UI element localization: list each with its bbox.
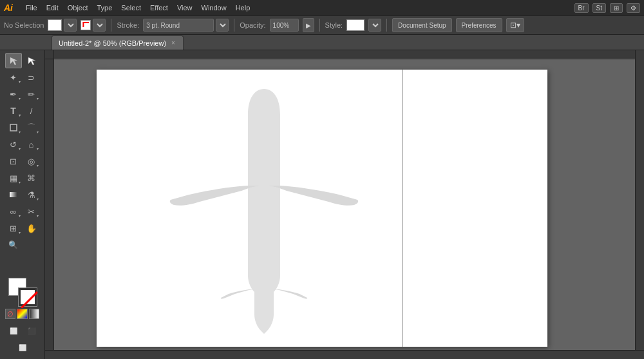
status-button[interactable]: St <box>592 3 606 13</box>
warp-tool[interactable]: ⌂▾ <box>23 137 40 152</box>
sep-3 <box>319 19 320 32</box>
tool-row-2: ✦▾ ⊃ <box>1 70 43 85</box>
brush-tool[interactable]: ⌒▾ <box>23 120 40 135</box>
line-tool[interactable]: / <box>23 103 40 119</box>
hand-tool[interactable]: ✋ <box>23 220 40 236</box>
rect-tool[interactable]: ▾ <box>5 120 22 135</box>
style-select[interactable] <box>368 19 381 32</box>
graph-tool[interactable]: ▦▾ <box>5 170 22 186</box>
tool-row-12: 🔍 <box>1 237 43 253</box>
color-mode-icons: ∅ <box>5 309 39 319</box>
guide-line <box>402 70 403 347</box>
none-icon[interactable]: ∅ <box>5 309 15 319</box>
rotate-tool[interactable]: ↺▾ <box>5 137 22 152</box>
zoom-tool[interactable]: 🔍 <box>5 237 22 253</box>
stroke-icon[interactable] <box>80 20 91 30</box>
drawing-mode-row: ⬜ ⬛ <box>1 323 43 338</box>
style-label: Style: <box>325 21 343 29</box>
symbol-spray-tool[interactable]: ◎▾ <box>23 153 40 169</box>
tool-row-9: ⚗▾ <box>1 187 43 202</box>
tool-row-6: ↺▾ ⌂▾ <box>1 137 43 152</box>
blend-tool[interactable]: ∞▾ <box>5 204 22 219</box>
pen-tool[interactable]: ✒▾ <box>5 86 22 102</box>
settings-button[interactable]: ⚙ <box>627 3 640 13</box>
direct-select-tool[interactable] <box>23 53 40 68</box>
magic-wand-tool[interactable]: ✦▾ <box>5 70 22 85</box>
menu-select[interactable]: Select <box>117 3 145 13</box>
menu-window[interactable]: Window <box>198 3 231 13</box>
tool-row-7: ⊡ ◎▾ <box>1 153 43 169</box>
stroke-color-swatch[interactable] <box>19 288 37 306</box>
menu-file[interactable]: File <box>22 3 41 13</box>
behind-mode-btn[interactable]: ⬛ <box>23 323 40 338</box>
ruler-corner <box>45 50 54 59</box>
tab-bar: Untitled-2* @ 50% (RGB/Preview) × <box>0 35 644 50</box>
airplane-illustration <box>161 82 367 327</box>
type-tool[interactable]: T▾ <box>5 103 22 119</box>
select-tool[interactable] <box>5 53 22 68</box>
stroke-weight-select[interactable] <box>216 19 229 32</box>
tool-row-3: ✒▾ ✏▾ <box>1 86 43 102</box>
tool-row-4: T▾ / <box>1 103 43 119</box>
eyedropper-tool[interactable]: ⚗▾ <box>23 187 40 202</box>
color-pair <box>8 278 37 306</box>
menu-help[interactable]: Help <box>232 3 254 13</box>
arrange-button[interactable]: ⊡▾ <box>506 18 524 32</box>
menu-bar: File Edit Object Type Select Effect View… <box>22 3 254 13</box>
document-setup-button[interactable]: Document Setup <box>392 18 452 32</box>
stroke-icon-control <box>80 19 106 32</box>
main-area: ✦▾ ⊃ ✒▾ ✏▾ T▾ / ▾ ⌒▾ ↺▾ ⌂▾ ⊡ ◎▾ ▦▾ <box>0 50 644 359</box>
workspace-button[interactable]: ⊞ <box>610 3 623 13</box>
opacity-input[interactable] <box>270 19 299 32</box>
tool-row-11: ⊞▾ ✋ <box>1 220 43 236</box>
sep-1 <box>111 19 111 32</box>
lasso-tool[interactable]: ⊃ <box>23 70 40 85</box>
fill-swatch[interactable] <box>48 19 62 31</box>
color-icon[interactable] <box>17 309 27 319</box>
menu-object[interactable]: Object <box>64 3 92 13</box>
scissors-tool[interactable]: ✂▾ <box>23 204 40 219</box>
stroke-weight-control <box>143 19 229 32</box>
mesh-tool[interactable]: ⌘ <box>23 170 40 186</box>
toolbox-colors: ∅ <box>1 275 43 322</box>
svg-rect-1 <box>10 192 17 197</box>
more-options-button[interactable]: ▶ <box>303 18 314 32</box>
menu-view[interactable]: View <box>173 3 196 13</box>
gradient-tool[interactable] <box>5 187 22 202</box>
ruler-top: // tick marks drawn via template <box>54 50 635 59</box>
style-swatch[interactable] <box>346 19 365 31</box>
screen-mode-btn[interactable]: ⬜ <box>5 340 40 355</box>
fill-select[interactable] <box>64 19 77 32</box>
tool-row-8: ▦▾ ⌘ <box>1 170 43 186</box>
menu-edit[interactable]: Edit <box>43 3 62 13</box>
stroke-select[interactable] <box>93 19 106 32</box>
tab-close-button[interactable]: × <box>170 39 176 46</box>
title-icons: Br St ⊞ ⚙ <box>574 3 640 13</box>
menu-effect[interactable]: Effect <box>146 3 172 13</box>
airplane-svg <box>161 82 367 340</box>
sep-2 <box>234 19 234 32</box>
title-bar: Ai File Edit Object Type Select Effect V… <box>0 0 644 15</box>
stroke-label: Stroke: <box>117 21 139 29</box>
bridge-button[interactable]: Br <box>574 3 589 13</box>
artboard-tool[interactable]: ⊞▾ <box>5 220 22 236</box>
gradient-icon[interactable] <box>29 309 39 319</box>
normal-mode-btn[interactable]: ⬜ <box>5 323 22 338</box>
toolbox: ✦▾ ⊃ ✒▾ ✏▾ T▾ / ▾ ⌒▾ ↺▾ ⌂▾ ⊡ ◎▾ ▦▾ <box>0 50 45 359</box>
selection-label: No Selection <box>4 21 44 29</box>
svg-rect-0 <box>10 124 17 131</box>
horizontal-scrollbar[interactable] <box>45 350 644 359</box>
app-logo: Ai <box>4 3 13 13</box>
tool-row-10: ∞▾ ✂▾ <box>1 204 43 219</box>
pencil-tool[interactable]: ✏▾ <box>23 86 40 102</box>
tool-row-1 <box>1 53 43 68</box>
tool-row-5: ▾ ⌒▾ <box>1 120 43 135</box>
free-transform-tool[interactable]: ⊡ <box>5 153 22 169</box>
menu-type[interactable]: Type <box>93 3 117 13</box>
document-tab[interactable]: Untitled-2* @ 50% (RGB/Preview) × <box>52 35 184 50</box>
tab-title: Untitled-2* @ 50% (RGB/Preview) <box>59 39 166 47</box>
stroke-weight-input[interactable] <box>143 19 214 32</box>
preferences-button[interactable]: Preferences <box>456 18 502 32</box>
vertical-scrollbar[interactable] <box>635 50 644 350</box>
canvas-area[interactable]: // tick marks drawn via template <box>45 50 644 359</box>
